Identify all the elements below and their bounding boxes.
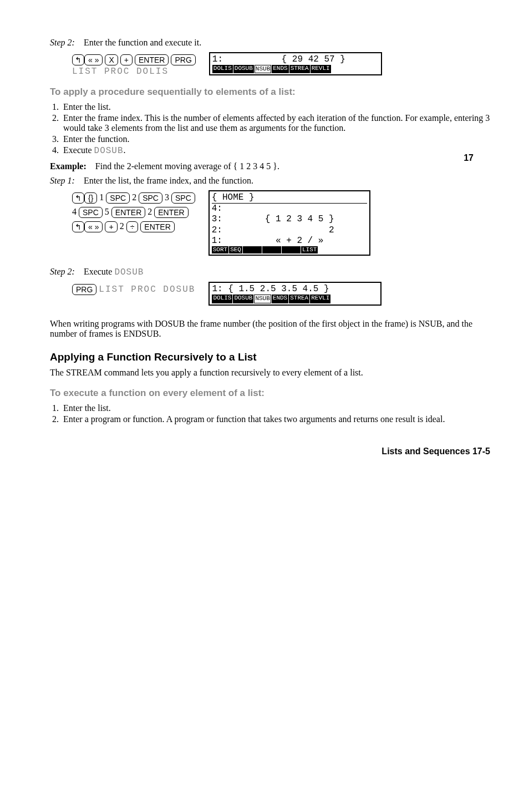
menu-dolis: DOLIS	[212, 65, 233, 73]
step1b-label: Step 1:	[50, 176, 75, 185]
key-enter2: ENTER	[154, 207, 188, 218]
menu2-list: LIST	[301, 246, 318, 253]
screen3-menu: DOLIS DOSUB NSUB ENDS STREA REVLI	[212, 295, 378, 303]
step2b-line: Step 2: Execute DOSUB	[50, 267, 490, 277]
screen1-menu: DOLIS DOSUB NSUB ENDS STREA REVLI	[212, 65, 379, 73]
block3: PRG LIST PROC DOSUB 1: { 1.5 2.5 3.5 4.5…	[72, 282, 490, 305]
step2b-text-a: Execute	[84, 267, 115, 276]
menu3-nsub: NSUB	[254, 295, 271, 303]
key-shift3: ↰	[72, 221, 84, 232]
key-shift: ↰	[72, 54, 84, 65]
screen2-l4: 4:	[212, 204, 367, 214]
menu-strea: STREA	[289, 65, 310, 73]
example-line: Example: Find the 2-element moving avera…	[50, 161, 490, 171]
list1-item2: Enter the frame index. This is the numbe…	[61, 113, 490, 133]
menu-dosub: DOSUB	[233, 65, 254, 73]
menu2-b2	[262, 246, 281, 253]
k-2: 2	[132, 192, 136, 202]
screen3-l1: 1: { 1.5 2.5 3.5 4.5 }	[212, 284, 378, 295]
screen2-header: { HOME }	[212, 192, 367, 204]
key-laquo: « »	[84, 54, 103, 65]
key-spc3: SPC	[171, 192, 195, 204]
key-plus2: +	[105, 221, 117, 232]
heading2: Applying a Function Recursively to a Lis…	[50, 351, 490, 363]
screen3: 1: { 1.5 2.5 3.5 4.5 } DOLIS DOSUB NSUB …	[208, 282, 382, 305]
k-3: 3	[165, 192, 169, 202]
menu2-sort: SORT	[212, 246, 228, 253]
example-label: Example:	[50, 161, 87, 171]
key-brace: {}	[84, 192, 97, 204]
step1b-text: Enter the list, the frame index, and the…	[84, 176, 253, 185]
example-text: Find the 2-element moving average of { 1…	[95, 161, 279, 171]
key-spc1: SPC	[106, 192, 130, 204]
keys2: ↰{} 1 SPC 2 SPC 3 SPC 4 SPC 5 ENTER 2 EN…	[72, 190, 195, 234]
page-footer: Lists and Sequences 17-5	[50, 446, 490, 456]
heading3: To execute a function on every element o…	[50, 388, 490, 399]
k-2c: 2	[120, 221, 124, 231]
menu3-dolis: DOLIS	[212, 295, 232, 303]
list1-item1: Enter the list.	[61, 102, 490, 112]
step2b-label: Step 2:	[50, 267, 75, 276]
list2-item2: Enter a program or function. A program o…	[61, 414, 490, 424]
screen2-l1: 1: « + 2 / »	[212, 236, 367, 246]
key-spc2: SPC	[139, 192, 162, 204]
list1-item4-a: Execute	[63, 145, 94, 155]
keys2-row3: ↰« » + 2 ÷ ENTER	[72, 219, 195, 234]
menu2-seq: SEQ	[229, 246, 242, 253]
list1-item4-b: DOSUB	[94, 146, 124, 156]
menu3-revli: REVLI	[310, 295, 330, 303]
keys3: PRG LIST PROC DOSUB	[72, 282, 195, 297]
step2a-label: Step 2:	[50, 38, 75, 47]
step1b-line: Step 1: Enter the list, the frame index,…	[50, 176, 490, 186]
key-laquo2: « »	[84, 221, 103, 232]
list2: Enter the list. Enter a program or funct…	[50, 403, 490, 424]
screen2-l3: 3: { 1 2 3 4 5 }	[212, 214, 367, 225]
menu-ends: ENDS	[272, 65, 288, 73]
margin-17: 17	[464, 153, 474, 163]
keys2-row2: 4 SPC 5 ENTER 2 ENTER	[72, 205, 195, 219]
keys1-row1: ↰« » X + ENTER PRG	[72, 52, 196, 67]
key-div: ÷	[126, 221, 139, 232]
keys3-row: PRG LIST PROC DOSUB	[72, 282, 195, 297]
k-5: 5	[105, 207, 109, 216]
menu3-dosub: DOSUB	[233, 295, 253, 303]
key-x: X	[105, 54, 118, 65]
key-enter1: ENTER	[111, 207, 145, 218]
key-prg: PRG	[171, 54, 195, 65]
screen2: { HOME } 4: 3: { 1 2 3 4 5 } 2: 2 1: « +…	[208, 190, 370, 256]
block2: ↰{} 1 SPC 2 SPC 3 SPC 4 SPC 5 ENTER 2 EN…	[72, 190, 490, 256]
menu2-b1	[243, 246, 262, 253]
menu3-strea: STREA	[289, 295, 309, 303]
screen2-l2: 2: 2	[212, 225, 367, 236]
list2-item1: Enter the list.	[61, 403, 490, 413]
k-2b: 2	[147, 207, 152, 216]
k-1: 1	[99, 192, 104, 202]
keys1-soft: LIST PROC DOLIS	[72, 67, 196, 77]
step2a-line: Step 2: Enter the function and execute i…	[50, 38, 490, 48]
key-shift2: ↰	[72, 192, 84, 204]
screen1: 1: { 29 42 57 } DOLIS DOSUB NSUB ENDS ST…	[209, 52, 382, 75]
key-prg2: PRG	[72, 284, 96, 295]
keys2-row1: ↰{} 1 SPC 2 SPC 3 SPC	[72, 190, 195, 205]
screen1-l1: 1: { 29 42 57 }	[212, 54, 379, 65]
para1: When writing programs with DOSUB the fra…	[50, 319, 490, 339]
menu2-b3	[282, 246, 301, 253]
keys1: ↰« » X + ENTER PRG LIST PROC DOLIS	[72, 52, 196, 77]
k-4: 4	[72, 207, 77, 216]
block1: ↰« » X + ENTER PRG LIST PROC DOLIS 1: { …	[72, 52, 490, 77]
step2a-text: Enter the function and execute it.	[84, 38, 201, 47]
key-enter: ENTER	[135, 54, 169, 65]
keys3-soft: LIST PROC DOSUB	[99, 285, 195, 295]
key-enter3: ENTER	[140, 221, 174, 232]
key-spc4: SPC	[79, 207, 103, 218]
menu3-ends: ENDS	[272, 295, 288, 303]
screen2-menu: SORT SEQ LIST	[212, 246, 367, 253]
list1: Enter the list. Enter the frame index. T…	[50, 102, 490, 156]
step2b-text-b: DOSUB	[114, 267, 144, 277]
heading1: To apply a procedure sequentially to ele…	[50, 87, 490, 98]
para2: The STREAM command lets you apply a func…	[50, 368, 490, 378]
menu-nsub: NSUB	[255, 65, 271, 73]
key-plus: +	[120, 54, 133, 65]
list1-item3: Enter the function.	[61, 134, 490, 144]
menu-revli: REVLI	[311, 65, 331, 73]
